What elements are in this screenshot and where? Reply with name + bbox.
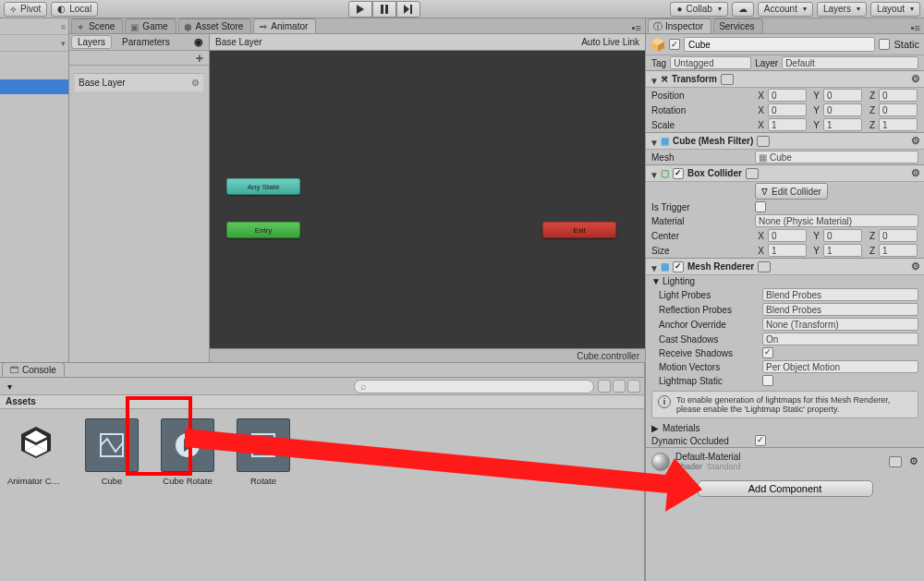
- center-tab-menu[interactable]: ▪≡: [632, 22, 641, 33]
- hierarchy-selected-item[interactable]: [0, 79, 68, 94]
- gear-icon[interactable]: ⚙: [911, 135, 920, 147]
- size-y[interactable]: 1: [823, 244, 862, 257]
- center-x[interactable]: 0: [768, 229, 807, 242]
- animation-clip-icon: [161, 418, 214, 472]
- top-toolbar: ⟡ Pivot ◐ Local ● Collab ☁ Account Layer…: [0, 0, 924, 18]
- gear-icon[interactable]: ⚙: [191, 78, 200, 88]
- save-search[interactable]: [627, 380, 640, 393]
- foldout-icon[interactable]: ▼: [650, 170, 657, 177]
- gear-icon[interactable]: ⚙: [909, 455, 918, 467]
- motion-vectors-dropdown[interactable]: Per Object Motion: [762, 360, 918, 373]
- help-icon[interactable]: [758, 261, 771, 272]
- tab-console[interactable]: 🗔 Console: [2, 362, 65, 377]
- static-checkbox[interactable]: [879, 39, 890, 50]
- gear-icon[interactable]: ⚙: [911, 73, 920, 85]
- layer-item-base[interactable]: Base Layer ⚙: [75, 73, 203, 91]
- tab-inspector[interactable]: ⓘ Inspector: [648, 18, 711, 33]
- breadcrumb-root[interactable]: Base Layer: [215, 37, 262, 47]
- svg-marker-3: [404, 5, 409, 14]
- help-icon[interactable]: [757, 136, 770, 147]
- rot-x[interactable]: 0: [768, 103, 807, 116]
- tab-animator[interactable]: ⮕ Animator: [253, 18, 316, 33]
- pos-z[interactable]: 0: [879, 89, 918, 102]
- reflection-probes-dropdown[interactable]: Blend Probes: [762, 303, 918, 316]
- cast-shadows-dropdown[interactable]: On: [762, 333, 918, 345]
- hierarchy-filter-row[interactable]: ▾: [0, 35, 68, 52]
- account-dropdown[interactable]: Account: [758, 2, 813, 17]
- pause-button[interactable]: [372, 1, 396, 18]
- foldout-icon[interactable]: ▼: [650, 138, 657, 145]
- asset-cube[interactable]: Cube: [83, 418, 140, 486]
- help-icon[interactable]: [746, 168, 759, 179]
- cloud-button[interactable]: ☁: [732, 2, 754, 17]
- asset-cube-rotate[interactable]: Cube Rotate: [159, 418, 216, 486]
- help-icon[interactable]: [721, 74, 734, 85]
- inspector-tab-menu[interactable]: ▪≡: [911, 22, 920, 33]
- physic-material-field[interactable]: None (Physic Material): [755, 214, 918, 227]
- mesh-field[interactable]: ▦Cube: [755, 151, 918, 163]
- size-z[interactable]: 1: [879, 244, 918, 257]
- animator-graph-canvas[interactable]: Any State Entry Exit: [210, 51, 645, 348]
- add-layer[interactable]: +: [196, 51, 203, 66]
- edit-collider-button[interactable]: ᐁ Edit Collider: [755, 183, 828, 200]
- foldout-icon[interactable]: ▼: [651, 276, 659, 286]
- foldout-icon[interactable]: ▶: [651, 423, 659, 433]
- mesh-label: Mesh: [651, 152, 751, 163]
- component-enabled-checkbox[interactable]: [673, 168, 684, 179]
- filter-by-type[interactable]: [598, 380, 611, 393]
- pivot-toggle[interactable]: ⟡ Pivot: [4, 2, 47, 17]
- rot-y[interactable]: 0: [823, 103, 862, 116]
- center-z[interactable]: 0: [879, 229, 918, 242]
- is-trigger-checkbox[interactable]: [755, 201, 766, 212]
- center-y[interactable]: 0: [823, 229, 862, 242]
- node-exit[interactable]: Exit: [542, 222, 616, 238]
- scl-y[interactable]: 1: [823, 118, 862, 131]
- layer-dropdown[interactable]: Default: [782, 56, 918, 69]
- tab-asset-store[interactable]: ⬢ Asset Store: [178, 18, 252, 33]
- add-component-button[interactable]: Add Component: [698, 480, 873, 497]
- tab-game[interactable]: ▣ Game: [125, 18, 176, 33]
- foldout-icon[interactable]: ▼: [650, 76, 657, 83]
- gameobject-enabled-checkbox[interactable]: [669, 39, 680, 50]
- gear-icon[interactable]: ⚙: [911, 167, 920, 179]
- node-any-state[interactable]: Any State: [226, 178, 300, 195]
- layout-dropdown[interactable]: Layout: [870, 2, 920, 17]
- pos-x[interactable]: 0: [768, 89, 807, 102]
- scl-z[interactable]: 1: [879, 118, 918, 131]
- receive-shadows-checkbox[interactable]: [762, 347, 773, 358]
- hierarchy-menu-row[interactable]: ≡: [0, 18, 68, 35]
- collab-dropdown[interactable]: ● Collab: [670, 2, 727, 17]
- tab-scene[interactable]: ✦ Scene: [71, 18, 123, 33]
- size-x[interactable]: 1: [768, 244, 807, 257]
- tab-services[interactable]: Services: [713, 18, 762, 33]
- create-dropdown[interactable]: ▾: [4, 381, 16, 392]
- animator-layers-tab[interactable]: Layers: [71, 35, 112, 49]
- dynamic-occluded-checkbox[interactable]: [755, 435, 766, 446]
- component-enabled-checkbox[interactable]: [673, 261, 684, 272]
- anchor-override-field[interactable]: None (Transform): [762, 318, 918, 331]
- eye-toggle[interactable]: ◉: [192, 36, 205, 48]
- material-default[interactable]: Default-Material Shader Standard ⚙: [646, 447, 924, 475]
- play-button[interactable]: [348, 1, 372, 18]
- component-mesh-renderer: ▼ ▦ Mesh Renderer ⚙ ▼Lighting Light Prob…: [646, 258, 924, 447]
- lightmap-static-checkbox[interactable]: [762, 375, 773, 386]
- asset-animator-controller[interactable]: Animator Co…: [7, 418, 65, 486]
- local-toggle[interactable]: ◐ Local: [51, 2, 98, 17]
- rot-z[interactable]: 0: [879, 103, 918, 116]
- step-button[interactable]: [396, 1, 420, 18]
- layers-dropdown[interactable]: Layers: [817, 2, 867, 17]
- gear-icon[interactable]: ⚙: [911, 260, 920, 272]
- pos-y[interactable]: 0: [823, 89, 862, 102]
- filter-by-label[interactable]: [613, 380, 626, 393]
- light-probes-dropdown[interactable]: Blend Probes: [762, 288, 918, 301]
- auto-live-link[interactable]: Auto Live Link: [581, 37, 639, 47]
- project-search[interactable]: ⌕: [354, 380, 594, 393]
- scl-x[interactable]: 1: [768, 118, 807, 131]
- asset-rotate[interactable]: Rotate: [235, 418, 292, 486]
- tag-dropdown[interactable]: Untagged: [670, 56, 751, 69]
- animator-parameters-tab[interactable]: Parameters: [116, 35, 176, 49]
- help-icon[interactable]: [889, 456, 902, 467]
- node-entry[interactable]: Entry: [226, 222, 300, 238]
- foldout-icon[interactable]: ▼: [650, 263, 657, 271]
- gameobject-name-field[interactable]: [684, 37, 875, 52]
